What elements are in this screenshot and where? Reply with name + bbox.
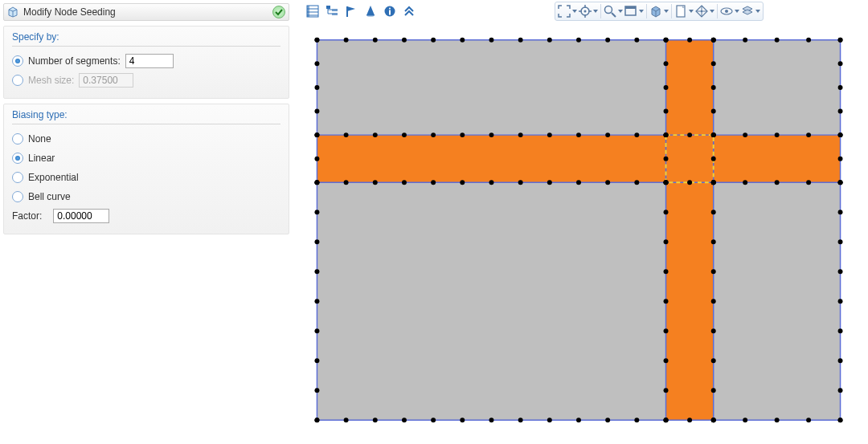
radio-number-of-segments[interactable] (12, 55, 23, 67)
svg-point-110 (314, 418, 319, 422)
svg-point-151 (711, 157, 716, 161)
flag-icon[interactable] (342, 3, 360, 19)
svg-point-56 (431, 38, 436, 43)
svg-point-87 (687, 418, 692, 422)
svg-point-113 (838, 85, 843, 90)
svg-point-182 (838, 132, 843, 137)
svg-point-123 (838, 299, 843, 303)
separator (717, 4, 718, 18)
dropdown-arrow-icon[interactable] (663, 3, 669, 19)
dropdown-arrow-icon[interactable] (755, 3, 761, 19)
mesh-icon[interactable] (694, 3, 709, 19)
dropdown-arrow-icon[interactable] (734, 3, 740, 19)
radio-mesh-size[interactable] (12, 75, 23, 86)
svg-point-81 (547, 418, 552, 422)
segments-input[interactable] (125, 54, 174, 68)
collapse-up-icon[interactable] (400, 3, 418, 19)
svg-point-117 (838, 157, 843, 161)
model-view[interactable] (297, 24, 860, 436)
window-icon[interactable] (624, 3, 638, 19)
svg-point-159 (711, 358, 716, 363)
dropdown-arrow-icon[interactable] (571, 3, 578, 19)
factor-label: Factor: (12, 210, 42, 222)
svg-point-75 (373, 418, 378, 422)
svg-rect-9 (332, 13, 338, 15)
svg-point-83 (605, 418, 610, 422)
svg-point-178 (711, 132, 716, 137)
svg-point-199 (711, 180, 716, 185)
svg-point-96 (314, 85, 319, 90)
svg-point-127 (838, 418, 843, 422)
radio-none[interactable] (12, 133, 23, 145)
svg-point-144 (664, 418, 669, 422)
svg-point-62 (605, 38, 610, 43)
dropdown-arrow-icon[interactable] (592, 3, 599, 19)
svg-point-155 (711, 239, 716, 244)
cube3d-icon[interactable] (649, 3, 663, 19)
specify-meshsize-row: Mesh size: (12, 71, 280, 90)
svg-point-172 (605, 132, 610, 137)
svg-rect-7 (326, 6, 330, 9)
radio-linear[interactable] (12, 153, 23, 164)
svg-point-79 (489, 418, 494, 422)
svg-point-162 (314, 132, 319, 137)
biasing-option-label: None (28, 133, 51, 145)
apply-button[interactable] (272, 6, 285, 18)
svg-point-191 (547, 180, 552, 185)
zoom-icon[interactable] (603, 3, 617, 19)
eye-icon[interactable] (719, 3, 734, 19)
target-icon[interactable] (578, 3, 592, 19)
specify-title: Specify by: (12, 31, 280, 47)
svg-point-157 (711, 299, 716, 303)
grid-icon[interactable] (304, 3, 321, 19)
svg-point-193 (605, 180, 610, 185)
info-icon[interactable] (381, 3, 399, 19)
dropdown-arrow-icon[interactable] (617, 3, 624, 19)
cone-icon[interactable] (362, 3, 379, 19)
svg-point-16 (389, 8, 391, 10)
svg-point-145 (711, 38, 716, 43)
radio-exponential[interactable] (12, 172, 23, 183)
meshsize-input (79, 73, 133, 88)
dropdown-arrow-icon[interactable] (688, 3, 694, 19)
svg-point-137 (664, 210, 669, 214)
layers-icon[interactable] (740, 3, 755, 19)
svg-point-200 (743, 180, 747, 185)
svg-point-129 (664, 61, 669, 66)
svg-point-124 (838, 328, 843, 333)
biasing-option-none: None (12, 129, 280, 149)
view-toolbar-left (304, 2, 418, 21)
svg-point-53 (344, 38, 349, 43)
viewport[interactable] (297, 24, 860, 436)
svg-point-140 (664, 299, 669, 303)
svg-rect-17 (389, 10, 391, 15)
svg-marker-13 (366, 6, 375, 15)
tree-icon[interactable] (323, 3, 341, 19)
svg-point-23 (584, 10, 587, 13)
factor-input[interactable] (53, 209, 109, 223)
svg-point-94 (314, 38, 319, 43)
svg-point-170 (547, 132, 552, 137)
svg-rect-27 (625, 6, 636, 9)
svg-point-180 (775, 132, 780, 137)
svg-point-166 (431, 132, 436, 137)
svg-point-165 (402, 132, 407, 137)
svg-point-82 (576, 418, 581, 422)
fit-icon[interactable] (557, 3, 571, 19)
dropdown-arrow-icon[interactable] (709, 3, 715, 19)
svg-point-71 (806, 38, 811, 43)
svg-rect-42 (317, 135, 840, 182)
radio-bell-curve[interactable] (12, 191, 23, 202)
biasing-option-exponential: Exponential (12, 168, 280, 187)
biasing-option-label: Linear (28, 153, 55, 164)
svg-point-80 (518, 418, 523, 422)
svg-point-142 (664, 358, 669, 363)
svg-point-14 (366, 14, 375, 17)
biasing-option-label: Bell curve (28, 191, 71, 202)
dropdown-arrow-icon[interactable] (638, 3, 645, 19)
page-icon[interactable] (674, 3, 688, 19)
svg-point-104 (314, 239, 319, 244)
svg-point-190 (518, 180, 523, 185)
panel-title: Modify Node Seeding (23, 6, 116, 18)
svg-rect-8 (332, 9, 338, 11)
